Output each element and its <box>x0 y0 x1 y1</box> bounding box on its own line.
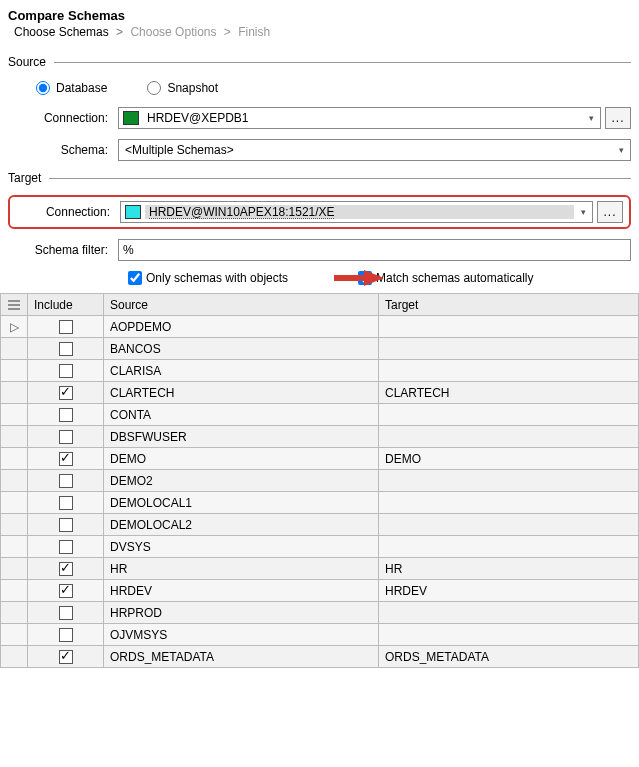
radio-database[interactable]: Database <box>36 81 107 95</box>
include-cell[interactable] <box>28 382 104 404</box>
breadcrumb-step-1[interactable]: Choose Schemas <box>14 25 109 39</box>
include-cell[interactable] <box>28 536 104 558</box>
only-schemas-with-objects-label: Only schemas with objects <box>146 271 288 285</box>
include-checkbox[interactable] <box>59 320 73 334</box>
table-row[interactable]: DVSYS <box>1 536 639 558</box>
table-row[interactable]: HRDEVHRDEV <box>1 580 639 602</box>
source-connection-combo[interactable]: HRDEV@XEPDB1 ▾ <box>118 107 601 129</box>
include-checkbox[interactable] <box>59 584 73 598</box>
schema-filter-input[interactable] <box>118 239 631 261</box>
separator-icon: > <box>224 25 231 39</box>
row-indicator <box>1 404 28 426</box>
source-column-header[interactable]: Source <box>104 294 379 316</box>
include-checkbox[interactable] <box>59 452 73 466</box>
include-cell[interactable] <box>28 316 104 338</box>
chevron-down-icon[interactable]: ▾ <box>574 202 592 222</box>
include-checkbox[interactable] <box>59 430 73 444</box>
include-cell[interactable] <box>28 404 104 426</box>
table-row[interactable]: DEMOLOCAL2 <box>1 514 639 536</box>
include-cell[interactable] <box>28 360 104 382</box>
row-indicator <box>1 448 28 470</box>
include-cell[interactable] <box>28 448 104 470</box>
table-row[interactable]: ▷AOPDEMO <box>1 316 639 338</box>
table-row[interactable]: DEMOLOCAL1 <box>1 492 639 514</box>
target-schema-cell <box>379 602 639 624</box>
table-row[interactable]: CLARISA <box>1 360 639 382</box>
source-schema-cell: DEMOLOCAL1 <box>104 492 379 514</box>
table-row[interactable]: HRPROD <box>1 602 639 624</box>
target-schema-cell <box>379 404 639 426</box>
source-schema-value: <Multiple Schemas> <box>119 143 612 157</box>
include-checkbox[interactable] <box>59 496 73 510</box>
target-schema-cell <box>379 514 639 536</box>
table-row[interactable]: DEMODEMO <box>1 448 639 470</box>
include-cell[interactable] <box>28 492 104 514</box>
radio-database-input[interactable] <box>36 81 50 95</box>
match-schemas-automatically-label: Match schemas automatically <box>376 271 533 285</box>
include-checkbox[interactable] <box>59 386 73 400</box>
target-schema-cell <box>379 360 639 382</box>
table-row[interactable]: DBSFWUSER <box>1 426 639 448</box>
include-cell[interactable] <box>28 514 104 536</box>
table-row[interactable]: HRHR <box>1 558 639 580</box>
include-cell[interactable] <box>28 624 104 646</box>
target-schema-cell: ORDS_METADATA <box>379 646 639 668</box>
include-cell[interactable] <box>28 558 104 580</box>
include-cell[interactable] <box>28 602 104 624</box>
source-schema-cell: BANCOS <box>104 338 379 360</box>
row-indicator <box>1 492 28 514</box>
connection-color-swatch <box>123 111 139 125</box>
table-row[interactable]: BANCOS <box>1 338 639 360</box>
target-column-header[interactable]: Target <box>379 294 639 316</box>
include-checkbox[interactable] <box>59 628 73 642</box>
include-checkbox[interactable] <box>59 474 73 488</box>
include-cell[interactable] <box>28 470 104 492</box>
target-connection-value: HRDEV@WIN10APEX18:1521/XE <box>145 205 574 219</box>
schema-mapping-table[interactable]: Include Source Target ▷AOPDEMOBANCOSCLAR… <box>0 293 639 668</box>
chevron-down-icon[interactable]: ▾ <box>612 140 630 160</box>
include-checkbox[interactable] <box>59 562 73 576</box>
radio-snapshot-label: Snapshot <box>167 81 218 95</box>
table-row[interactable]: CONTA <box>1 404 639 426</box>
include-checkbox[interactable] <box>59 518 73 532</box>
row-indicator <box>1 624 28 646</box>
include-checkbox[interactable] <box>59 342 73 356</box>
table-row[interactable]: OJVMSYS <box>1 624 639 646</box>
include-checkbox[interactable] <box>59 540 73 554</box>
target-connection-combo[interactable]: HRDEV@WIN10APEX18:1521/XE ▾ <box>120 201 593 223</box>
row-indicator <box>1 338 28 360</box>
menu-icon[interactable] <box>1 294 28 316</box>
source-schema-combo[interactable]: <Multiple Schemas> ▾ <box>118 139 631 161</box>
include-cell[interactable] <box>28 338 104 360</box>
table-row[interactable]: CLARTECHCLARTECH <box>1 382 639 404</box>
table-row[interactable]: ORDS_METADATAORDS_METADATA <box>1 646 639 668</box>
include-cell[interactable] <box>28 646 104 668</box>
radio-snapshot-input[interactable] <box>147 81 161 95</box>
target-connection-browse-button[interactable]: ... <box>597 201 623 223</box>
include-checkbox[interactable] <box>59 408 73 422</box>
source-connection-browse-button[interactable]: ... <box>605 107 631 129</box>
row-indicator <box>1 580 28 602</box>
source-schema-cell: DBSFWUSER <box>104 426 379 448</box>
include-checkbox[interactable] <box>59 364 73 378</box>
radio-snapshot[interactable]: Snapshot <box>147 81 218 95</box>
include-column-header[interactable]: Include <box>28 294 104 316</box>
row-indicator: ▷ <box>1 316 28 338</box>
only-schemas-with-objects-checkbox[interactable]: Only schemas with objects <box>128 271 288 285</box>
include-checkbox[interactable] <box>59 606 73 620</box>
match-schemas-automatically-checkbox[interactable]: Match schemas automatically <box>358 271 533 285</box>
target-schema-cell <box>379 624 639 646</box>
chevron-down-icon[interactable]: ▾ <box>582 108 600 128</box>
table-row[interactable]: DEMO2 <box>1 470 639 492</box>
row-indicator <box>1 536 28 558</box>
match-schemas-automatically-input[interactable] <box>358 271 372 285</box>
row-indicator <box>1 426 28 448</box>
breadcrumb-step-3: Finish <box>238 25 270 39</box>
only-schemas-with-objects-input[interactable] <box>128 271 142 285</box>
include-checkbox[interactable] <box>59 650 73 664</box>
source-schema-cell: CLARISA <box>104 360 379 382</box>
include-cell[interactable] <box>28 426 104 448</box>
target-schema-cell: DEMO <box>379 448 639 470</box>
target-schema-cell <box>379 492 639 514</box>
include-cell[interactable] <box>28 580 104 602</box>
